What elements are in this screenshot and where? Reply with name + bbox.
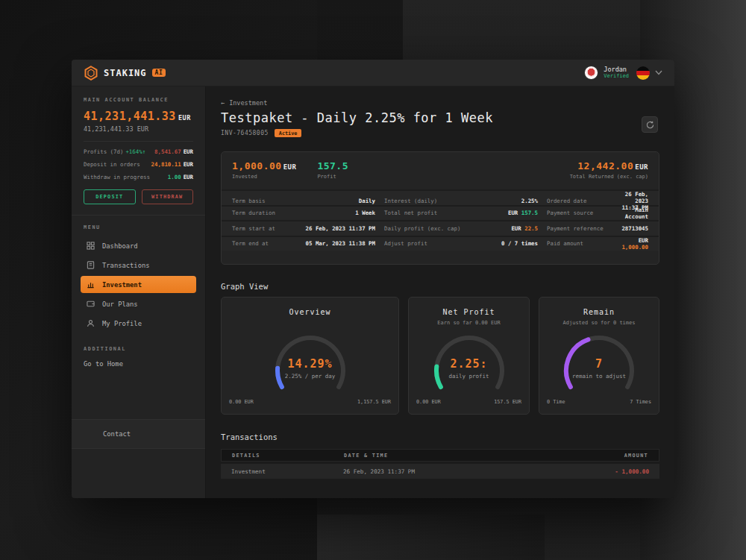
investment-icon bbox=[87, 280, 95, 289]
back-arrow-icon: ← bbox=[221, 99, 225, 107]
brand-badge: AI bbox=[152, 69, 166, 77]
language-selector[interactable] bbox=[636, 66, 662, 80]
dashboard-icon bbox=[87, 242, 95, 250]
sidebar-item-my-profile[interactable]: My Profile bbox=[81, 315, 196, 332]
profile-icon bbox=[87, 319, 95, 327]
gauge-max-label: 157.5 EUR bbox=[494, 399, 521, 405]
envelope-icon bbox=[87, 430, 95, 438]
brand-logo[interactable]: STAKING AI bbox=[84, 66, 166, 81]
detail-row: Term duration 1 Week Total net profit EU… bbox=[222, 205, 659, 221]
total-returned-summary: 12,442.00EUR Total Returned (exc. cap) bbox=[570, 160, 648, 189]
refresh-button[interactable] bbox=[642, 116, 658, 133]
top-bar: STAKING AI Jordan Verified bbox=[72, 60, 674, 86]
gauge-value: 14.29% bbox=[222, 357, 398, 371]
menu-label: MENU bbox=[81, 224, 196, 230]
user-menu[interactable]: Jordan Verified bbox=[584, 66, 629, 80]
gauge-card-remain: Remain Adjusted so for 0 times 7 remain … bbox=[539, 297, 659, 415]
sidebar-item-dashboard[interactable]: Dashboard bbox=[81, 237, 196, 254]
go-to-home-link[interactable]: Go to Home bbox=[84, 360, 193, 368]
gauge-min-label: 0 Time bbox=[547, 399, 565, 405]
gauge-min-label: 0.00 EUR bbox=[229, 399, 254, 405]
detail-row: Term start at 26 Feb, 2023 11:37 PM Dail… bbox=[222, 220, 659, 236]
transactions-table: DETAILS DATE & TIME AMOUNT Investment 26… bbox=[221, 449, 659, 479]
invested-summary: 1,000.00EUR Invested bbox=[232, 160, 296, 189]
detail-row: Term basis Daily Interest (daily) 2.25% … bbox=[222, 189, 659, 205]
sidebar-item-investment[interactable]: Investment bbox=[81, 276, 196, 293]
gauge-max-label: 1,157.5 EUR bbox=[357, 399, 391, 405]
gauge-max-label: 7 Times bbox=[630, 399, 651, 405]
stat-withdraw-in-progress: Withdraw in progress 1.00 EUR bbox=[84, 174, 193, 180]
graph-view-heading: Graph View bbox=[221, 282, 268, 291]
additional-label: ADDITIONAL bbox=[84, 346, 193, 352]
gauge-caption: remain to adjust bbox=[539, 373, 659, 380]
transaction-amount: - 1,000.00 bbox=[560, 468, 649, 475]
invoice-number: INV-76458005 bbox=[221, 130, 269, 136]
contact-link[interactable]: Contact bbox=[72, 419, 205, 449]
transactions-icon bbox=[87, 261, 95, 269]
investment-summary-card: 1,000.00EUR Invested 157.5 Profit 12,442… bbox=[221, 151, 659, 265]
refresh-icon bbox=[646, 121, 654, 129]
breadcrumb[interactable]: ← Investment bbox=[221, 99, 267, 107]
user-verified-status: Verified bbox=[604, 73, 629, 80]
plans-icon bbox=[87, 300, 95, 308]
main-content: ← Investment Testpaket - Daily 2.25% for… bbox=[206, 86, 674, 498]
german-flag-icon bbox=[636, 66, 650, 80]
gauge-value: 7 bbox=[539, 357, 659, 371]
gauge-card-net-profit: Net Profit Earn so far 0.00 EUR 2.25: da… bbox=[408, 297, 530, 415]
gauge-caption: daily profit bbox=[409, 373, 529, 380]
app-window: STAKING AI Jordan Verified MAIN ACCOUNT … bbox=[72, 60, 674, 498]
background-panel bbox=[317, 515, 545, 560]
sidebar: MAIN ACCOUNT BALANCE 41,231,441.33EUR 41… bbox=[72, 86, 206, 498]
sidebar-item-our-plans[interactable]: Our Plans bbox=[81, 295, 196, 312]
gauge-card-overview: Overview 14.29% 2.25% / per day 0.00 EUR… bbox=[221, 297, 399, 415]
avatar bbox=[584, 66, 598, 80]
hexagon-logo-icon bbox=[84, 66, 98, 81]
brand-name: STAKING bbox=[104, 68, 147, 78]
transactions-table-header: DETAILS DATE & TIME AMOUNT bbox=[221, 449, 659, 462]
balance-label: MAIN ACCOUNT BALANCE bbox=[84, 97, 193, 103]
transactions-heading: Transactions bbox=[221, 432, 278, 441]
divider bbox=[84, 141, 193, 142]
page-title: Testpaket - Daily 2.25% for 1 Week bbox=[221, 110, 493, 125]
profit-summary: 157.5 Profit bbox=[317, 160, 348, 189]
gauge-min-label: 0.00 EUR bbox=[416, 399, 441, 405]
secondary-balance: 41,231,441.33 EUR bbox=[84, 125, 193, 133]
chevron-down-icon bbox=[655, 70, 662, 75]
sidebar-item-transactions[interactable]: Transactions bbox=[81, 257, 196, 274]
status-badge: Active bbox=[275, 129, 302, 137]
detail-row: Term end at 05 Mar, 2023 11:38 PM Adjust… bbox=[222, 236, 659, 251]
profit-delta: +164%↑ bbox=[125, 148, 145, 155]
stat-deposit-in-orders: Deposit in orders 24,810.11 EUR bbox=[84, 161, 193, 168]
gauge-value: 2.25: bbox=[409, 357, 529, 371]
table-row[interactable]: Investment 26 Feb, 2023 11:37 PM - 1,000… bbox=[221, 464, 659, 479]
stat-profits-7d: Profits (7d) +164%↑ 8,541.67 EUR bbox=[84, 148, 193, 155]
gauge-caption: 2.25% / per day bbox=[222, 373, 398, 380]
main-balance: 41,231,441.33EUR bbox=[84, 110, 193, 123]
deposit-button[interactable]: DEPOSIT bbox=[84, 189, 136, 204]
withdraw-button[interactable]: WITHDRAW bbox=[142, 189, 194, 204]
user-name: Jordan bbox=[604, 66, 629, 74]
